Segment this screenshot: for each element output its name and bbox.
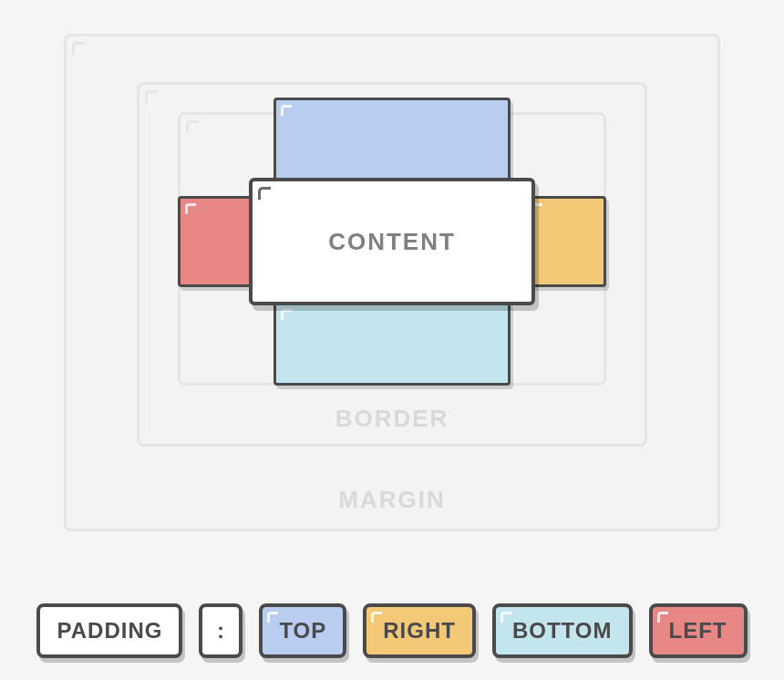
content-label: CONTENT xyxy=(328,228,456,256)
box-corner-icon xyxy=(185,203,196,214)
token-left-text: LEFT xyxy=(669,618,727,644)
token-property-text: PADDING xyxy=(57,618,162,644)
border-label: BORDER xyxy=(335,405,449,433)
token-separator-text: : xyxy=(217,618,225,644)
token-property: PADDING xyxy=(36,603,182,658)
margin-box: MARGIN BORDER CONTENT xyxy=(64,34,720,531)
box-corner-icon xyxy=(145,90,158,103)
box-corner-icon xyxy=(657,612,668,623)
shorthand-tokens: PADDING : TOP RIGHT BOTTOM LEFT xyxy=(0,603,784,658)
box-corner-icon xyxy=(371,612,382,623)
padding-top xyxy=(273,98,511,181)
box-corner-icon xyxy=(281,105,292,116)
box-corner-icon xyxy=(281,309,292,320)
box-corner-icon xyxy=(45,612,56,623)
token-bottom: BOTTOM xyxy=(492,603,633,658)
token-bottom-text: BOTTOM xyxy=(512,618,613,644)
box-corner-icon xyxy=(267,612,278,623)
padding-box: CONTENT xyxy=(178,112,606,386)
padding-right xyxy=(524,196,606,287)
margin-label: MARGIN xyxy=(338,486,445,514)
box-corner-icon xyxy=(258,187,271,200)
token-left: LEFT xyxy=(649,603,748,658)
token-right: RIGHT xyxy=(363,603,476,658)
token-right-text: RIGHT xyxy=(383,618,456,644)
token-top: TOP xyxy=(259,603,346,658)
padding-bottom xyxy=(273,302,511,386)
box-model-diagram: MARGIN BORDER CONTENT xyxy=(0,0,784,565)
border-box: BORDER CONTENT xyxy=(137,82,647,447)
box-corner-icon xyxy=(500,612,511,623)
padding-visual: CONTENT xyxy=(178,112,606,386)
token-separator: : xyxy=(199,603,242,658)
padding-left xyxy=(178,196,260,287)
token-top-text: TOP xyxy=(279,618,326,644)
box-corner-icon xyxy=(72,42,85,55)
content-box: CONTENT xyxy=(249,178,535,305)
